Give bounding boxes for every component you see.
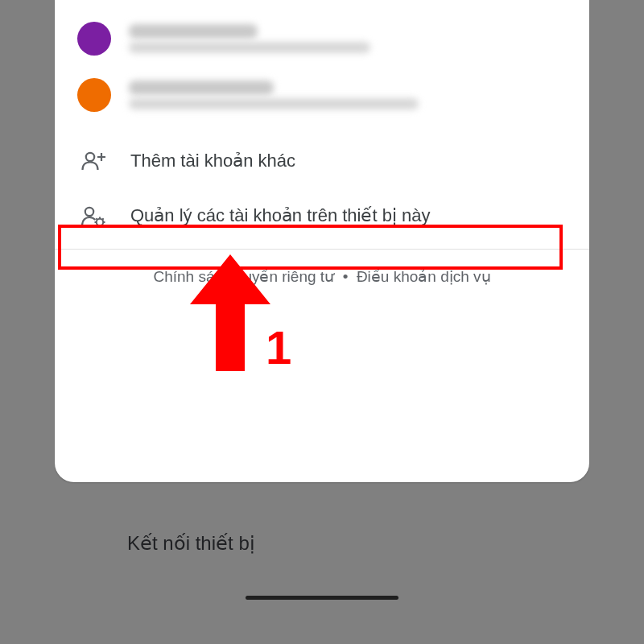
add-account-label: Thêm tài khoản khác	[130, 149, 567, 173]
account-row[interactable]	[55, 0, 589, 10]
svg-line-10	[102, 225, 104, 226]
home-indicator[interactable]	[246, 596, 398, 600]
manage-accounts-row[interactable]: Quản lý các tài khoản trên thiết bị này	[55, 188, 589, 242]
tutorial-frame: Thêm tài khoản khác	[0, 0, 644, 644]
svg-point-3	[85, 207, 93, 215]
person-add-icon	[80, 149, 106, 171]
account-email-redacted	[129, 98, 419, 109]
account-email-redacted	[129, 42, 370, 53]
account-row[interactable]	[55, 10, 589, 67]
footer-links: Chính sách quyền riêng tư • Điều khoản d…	[55, 250, 589, 307]
svg-point-4	[97, 218, 103, 225]
account-name-redacted	[129, 24, 258, 39]
svg-line-11	[102, 218, 104, 220]
account-picker-sheet: Thêm tài khoản khác	[55, 0, 589, 482]
privacy-link[interactable]: Chính sách quyền riêng tư	[153, 268, 334, 285]
add-account-row[interactable]: Thêm tài khoản khác	[55, 134, 589, 188]
device-viewport: Thêm tài khoản khác	[27, 1, 617, 611]
annotation-step-number: 1	[266, 320, 291, 374]
person-gear-icon	[80, 204, 106, 228]
avatar	[77, 78, 111, 112]
account-name-redacted	[129, 80, 274, 95]
avatar	[77, 22, 111, 56]
terms-link[interactable]: Điều khoản dịch vụ	[357, 268, 491, 285]
account-text	[129, 80, 419, 109]
svg-line-9	[96, 218, 97, 220]
account-text	[129, 24, 370, 53]
account-row[interactable]	[55, 67, 589, 123]
svg-point-0	[86, 153, 94, 161]
svg-line-12	[96, 225, 97, 226]
manage-accounts-label: Quản lý các tài khoản trên thiết bị này	[130, 204, 567, 228]
separator: •	[343, 268, 349, 285]
connect-device-row[interactable]: Kết nối thiết bị	[55, 510, 589, 577]
